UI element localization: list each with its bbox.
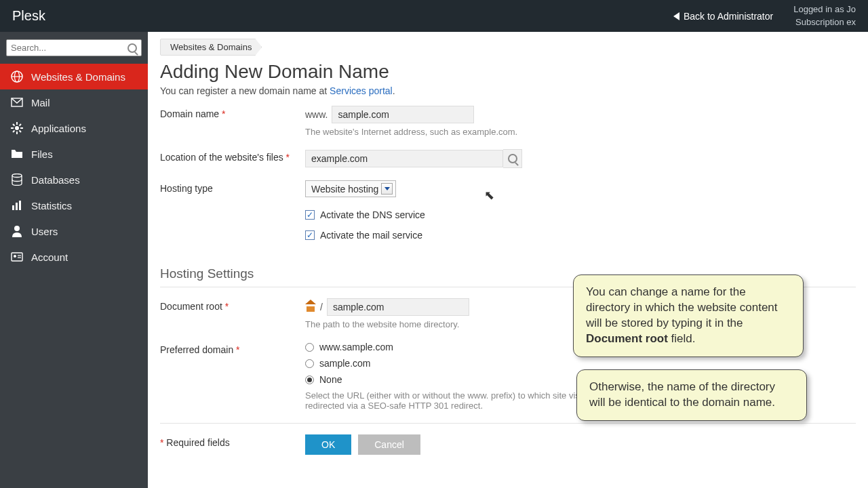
sidebar-search[interactable] (6, 39, 142, 56)
main-content: Websites & Domains Adding New Domain Nam… (148, 32, 868, 488)
search-icon (127, 43, 137, 53)
svg-rect-15 (16, 203, 18, 210)
preferred-www-label: www.sample.com (319, 342, 393, 352)
breadcrumb-item-websites[interactable]: Websites & Domains (160, 39, 262, 56)
svg-rect-14 (12, 205, 14, 210)
back-to-admin-label: Back to Administrator (684, 11, 773, 22)
sidebar-item-statistics[interactable]: Statistics (0, 192, 148, 218)
hosting-type-select[interactable]: Website hosting (305, 180, 396, 197)
svg-line-11 (13, 131, 15, 133)
svg-point-19 (14, 255, 16, 258)
preferred-bare-label: sample.com (319, 358, 370, 369)
breadcrumb: Websites & Domains (148, 32, 868, 56)
cancel-button[interactable]: Cancel (358, 434, 420, 455)
sidebar-item-databases[interactable]: Databases (0, 167, 148, 192)
card-icon (11, 251, 23, 263)
preferred-bare-radio[interactable] (305, 359, 314, 368)
required-asterisk: * (225, 301, 229, 312)
logged-in-user: Jo (846, 4, 856, 14)
sidebar-item-account[interactable]: Account (0, 244, 148, 270)
required-fields-label: Required fields (166, 437, 229, 448)
services-portal-link[interactable]: Services portal (330, 85, 393, 96)
back-arrow-icon (673, 12, 679, 20)
subscription-prefix: Subscription (795, 17, 844, 27)
required-asterisk: * (236, 344, 239, 355)
svg-rect-18 (12, 253, 22, 261)
document-root-input[interactable]: sample.com (327, 298, 469, 316)
chart-icon (11, 199, 23, 211)
sidebar-item-label: Applications (31, 123, 86, 134)
preferred-www-radio[interactable] (305, 343, 314, 352)
back-to-admin-link[interactable]: Back to Administrator (673, 11, 773, 22)
svg-point-4 (15, 126, 19, 130)
document-root-label: Document root (160, 301, 222, 312)
callout-document-root: You can change a name for the directory … (573, 274, 804, 357)
required-asterisk: * (286, 152, 290, 163)
svg-line-12 (20, 124, 22, 126)
slash-separator: / (320, 302, 323, 312)
sidebar-item-label: Account (31, 251, 68, 263)
location-label: Location of the website's files (160, 152, 283, 163)
mail-checkbox[interactable] (305, 230, 315, 240)
divider (160, 423, 856, 424)
top-bar: Plesk Back to Administrator Logged in as… (0, 0, 868, 32)
chevron-down-icon (381, 183, 393, 195)
database-icon (11, 174, 23, 186)
preferred-none-radio[interactable] (305, 375, 314, 384)
svg-point-13 (12, 174, 22, 178)
search-icon (508, 154, 517, 163)
mail-checkbox-label: Activate the mail service (320, 230, 422, 241)
preferred-domain-label: Preferred domain (160, 344, 233, 355)
home-icon (305, 302, 316, 312)
www-prefix: www. (305, 109, 328, 120)
sidebar-item-label: Mail (31, 97, 50, 108)
sidebar-item-websites[interactable]: Websites & Domains (0, 64, 148, 89)
location-input[interactable]: example.com (305, 150, 503, 167)
sidebar-item-label: Databases (31, 174, 80, 186)
domain-name-input[interactable]: sample.com (332, 106, 474, 123)
hosting-type-label: Hosting type (160, 183, 213, 194)
sidebar: Websites & Domains Mail Applications Fil… (0, 32, 148, 488)
mail-icon (11, 96, 23, 108)
hosting-type-value: Website hosting (311, 184, 378, 195)
svg-line-9 (13, 124, 15, 126)
sidebar-item-label: Statistics (31, 200, 72, 211)
dns-checkbox[interactable] (305, 210, 315, 220)
preferred-none-label: None (319, 374, 342, 385)
svg-line-10 (20, 131, 22, 133)
domain-name-label: Domain name (160, 108, 219, 119)
location-browse-button[interactable] (503, 149, 522, 168)
gear-icon (11, 122, 23, 134)
sidebar-item-users[interactable]: Users (0, 218, 148, 244)
intro-prefix: You can register a new domain name at (160, 85, 330, 96)
brand-logo: Plesk (12, 8, 45, 24)
sidebar-item-applications[interactable]: Applications (0, 115, 148, 141)
intro-suffix: . (393, 85, 395, 96)
dns-checkbox-label: Activate the DNS service (320, 209, 425, 220)
required-asterisk: * (160, 437, 163, 448)
subscription-value: ex (846, 17, 856, 27)
page-title: Adding New Domain Name (148, 56, 868, 85)
svg-rect-16 (19, 201, 21, 210)
required-asterisk: * (222, 108, 225, 119)
domain-name-hint: The website's Internet address, such as … (305, 127, 856, 137)
callout-otherwise: Otherwise, the name of the directory wil… (576, 369, 807, 421)
folder-icon (11, 148, 23, 160)
sidebar-item-label: Websites & Domains (31, 71, 125, 83)
ok-button[interactable]: OK (305, 434, 351, 455)
search-input[interactable] (11, 43, 127, 53)
globe-icon (11, 70, 23, 83)
logged-in-prefix: Logged in as (793, 4, 844, 14)
sidebar-item-label: Files (31, 148, 53, 160)
svg-point-17 (14, 226, 20, 231)
user-icon (11, 225, 23, 237)
sidebar-item-mail[interactable]: Mail (0, 89, 148, 115)
sidebar-item-label: Users (31, 226, 58, 237)
intro-text: You can register a new domain name at Se… (148, 85, 868, 106)
login-info: Logged in as Jo Subscription ex (793, 3, 856, 28)
sidebar-item-files[interactable]: Files (0, 141, 148, 167)
